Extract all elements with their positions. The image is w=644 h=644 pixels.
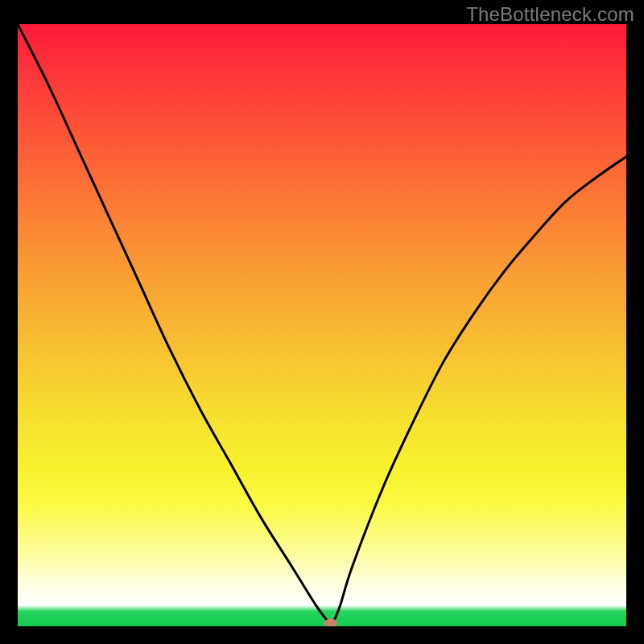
curve-svg xyxy=(18,24,626,626)
bottleneck-curve xyxy=(18,24,626,624)
minimum-marker xyxy=(324,618,337,626)
plot-area xyxy=(18,24,626,626)
watermark-text: TheBottleneck.com xyxy=(466,3,634,26)
chart-frame: TheBottleneck.com xyxy=(0,0,644,644)
